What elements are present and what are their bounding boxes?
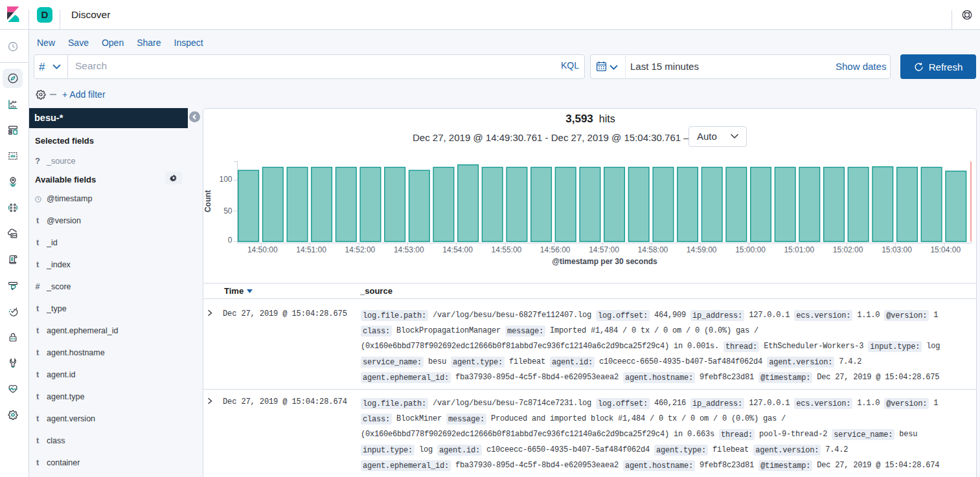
svg-text:15:01:00: 15:01:00 xyxy=(784,245,814,254)
svg-text:15:02:00: 15:02:00 xyxy=(833,245,863,254)
svg-text:0: 0 xyxy=(228,236,233,245)
svg-text:15:03:00: 15:03:00 xyxy=(882,245,912,254)
svg-text:@timestamp per 30 seconds: @timestamp per 30 seconds xyxy=(552,257,657,266)
svg-text:14:57:00: 14:57:00 xyxy=(589,245,619,254)
svg-text:14:51:00: 14:51:00 xyxy=(296,245,326,254)
svg-text:14:53:00: 14:53:00 xyxy=(394,245,424,254)
svg-text:50: 50 xyxy=(223,206,233,216)
svg-text:14:54:00: 14:54:00 xyxy=(442,245,473,254)
svg-text:14:55:00: 14:55:00 xyxy=(492,245,522,254)
svg-text:14:52:00: 14:52:00 xyxy=(345,245,376,254)
svg-text:100: 100 xyxy=(219,175,232,184)
svg-text:14:50:00: 14:50:00 xyxy=(247,245,278,254)
svg-text:15:04:00: 15:04:00 xyxy=(930,245,961,254)
svg-text:14:59:00: 14:59:00 xyxy=(687,245,717,254)
svg-text:15:00:00: 15:00:00 xyxy=(735,245,766,254)
svg-text:Count: Count xyxy=(203,190,212,212)
svg-text:14:56:00: 14:56:00 xyxy=(540,245,571,254)
svg-text:14:58:00: 14:58:00 xyxy=(638,245,668,254)
